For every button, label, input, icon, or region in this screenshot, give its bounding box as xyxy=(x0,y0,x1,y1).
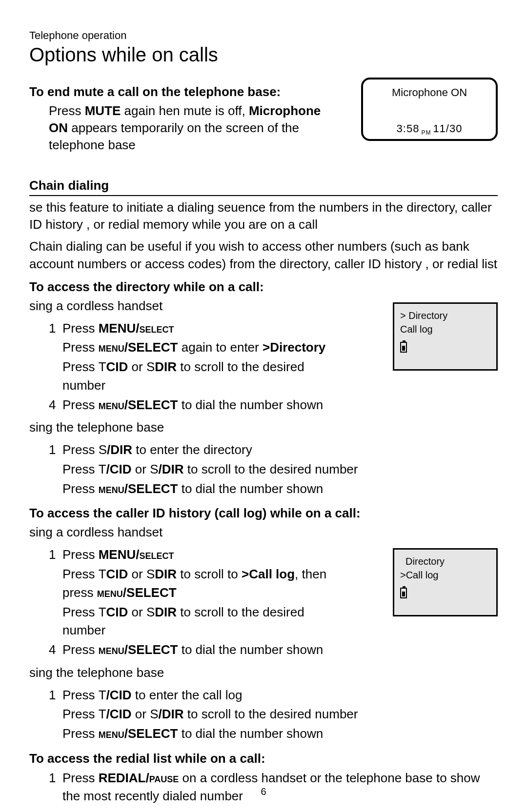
page-title: Options while on calls xyxy=(29,44,498,66)
list-num: 1 xyxy=(49,769,56,788)
text: to dial the number shown xyxy=(178,481,323,496)
list-item: Press MENU/SELECT to dial the number sho… xyxy=(49,725,498,743)
key-select: /SELECT xyxy=(124,397,178,412)
up-arrow-icon: T xyxy=(99,605,106,619)
list-num: 1 xyxy=(49,319,56,338)
down-arrow-icon: S xyxy=(146,567,155,581)
key-dir: DIR xyxy=(155,359,177,374)
list-num: 4 xyxy=(49,641,56,659)
down-arrow-icon: S xyxy=(150,707,158,721)
key-dir: /DIR xyxy=(107,442,132,457)
sub-using-base-2: sing the telephone base xyxy=(29,664,498,681)
list-item: 1 Press MENU/SELECT xyxy=(49,319,340,338)
key-redial: REDIAL/ xyxy=(99,771,149,785)
para-end-mute: Press MUTE again hen mute is off, Microp… xyxy=(29,102,340,154)
key-menu-sc: MENU xyxy=(99,481,124,496)
up-arrow-icon: T xyxy=(99,462,106,476)
sub-using-base-1: sing the telephone base xyxy=(29,419,498,436)
text: Press xyxy=(62,397,99,412)
screen-base-callout: Microphone ON 3:58PM11/30 xyxy=(361,78,498,141)
key-menu-sc: MENU xyxy=(99,726,124,741)
text: Press xyxy=(62,688,99,702)
down-arrow-icon: S xyxy=(150,462,158,476)
battery-icon xyxy=(400,342,407,353)
text: to scroll to the desired number xyxy=(184,707,358,721)
key-select-sc: SELECT xyxy=(139,547,174,562)
key-menu-sc: MENU xyxy=(99,340,124,355)
list-item: Press TCID or SDIR to scroll to >Call lo… xyxy=(49,565,340,602)
text: to dial the number shown xyxy=(178,642,323,657)
key-cid: /CID xyxy=(106,688,132,702)
list-item: 1 Press T/CID to enter the call log xyxy=(49,686,498,705)
breadcrumb: Telephone operation xyxy=(29,29,498,42)
text: Press xyxy=(62,442,99,457)
text: Press xyxy=(62,481,99,496)
text: or xyxy=(132,707,150,721)
screen-line-2: >Call log xyxy=(400,568,490,582)
list-item: Press TCID or SDIR to scroll to the desi… xyxy=(49,603,340,640)
screen-handset-callout-2: Directory >Call log xyxy=(393,548,498,616)
text: again hen mute is off, xyxy=(121,103,249,118)
down-arrow-icon: S xyxy=(146,359,155,374)
section-end-mute: To end mute a call on the telephone base… xyxy=(29,84,340,99)
up-arrow-icon: T xyxy=(99,688,106,702)
text: to dial the number shown xyxy=(178,397,323,412)
text: to dial the number shown xyxy=(178,726,323,741)
screen-line-1: Directory xyxy=(400,555,490,568)
key-pause-sc: PAUSE xyxy=(149,771,179,785)
list-item: Press TCID or SDIR to scroll to the desi… xyxy=(49,358,340,395)
up-arrow-icon: T xyxy=(99,359,106,374)
list-item: 1 Press S/DIR to enter the directory xyxy=(49,441,498,459)
down-arrow-icon: S xyxy=(99,442,107,457)
sub-using-handset-1: sing a cordless handset xyxy=(29,297,340,315)
key-menu-select: MENU/ xyxy=(99,547,140,562)
battery-icon xyxy=(400,588,407,598)
text: to scroll to the desired number xyxy=(184,462,358,476)
screen-line-1: Microphone ON xyxy=(371,86,488,99)
key-cid: CID xyxy=(106,605,128,619)
text: Press xyxy=(62,462,99,476)
down-arrow-icon: S xyxy=(146,605,155,619)
text: Press xyxy=(62,771,99,785)
section-access-calllog: To access the caller ID history (call lo… xyxy=(29,506,498,521)
para-chain-1: se this feature to initiate a dialing se… xyxy=(29,199,498,233)
text: or xyxy=(128,359,146,374)
key-dir: /DIR xyxy=(159,462,184,476)
key-menu-select: MENU/ xyxy=(99,321,140,336)
key-select: /SELECT xyxy=(124,340,178,355)
text: to scroll to xyxy=(177,567,242,581)
list-item: 1 Press MENU/SELECT xyxy=(49,546,340,564)
key-dir: DIR xyxy=(155,605,177,619)
key-select: /SELECT xyxy=(124,726,178,741)
key-select-sc: SELECT xyxy=(139,321,174,336)
text: Press xyxy=(62,567,99,581)
page-number: 6 xyxy=(0,786,527,797)
list-item: Press T/CID or S/DIR to scroll to the de… xyxy=(49,705,498,724)
key-menu-sc: MENU xyxy=(97,585,123,600)
para-chain-2: Chain dialing can be useful if you wish … xyxy=(29,238,498,272)
list-item: Press MENU/SELECT to dial the number sho… xyxy=(49,480,498,498)
manual-page: Telephone operation Options while on cal… xyxy=(0,0,527,812)
text: Press xyxy=(49,103,85,118)
list-item: Press MENU/SELECT again to enter >Direct… xyxy=(49,338,340,357)
text: or xyxy=(128,567,146,581)
screen-status: 3:58PM11/30 xyxy=(371,122,488,136)
text: Press xyxy=(62,340,99,355)
list-num: 1 xyxy=(49,441,56,459)
key-cid: /CID xyxy=(106,707,132,721)
text: Press xyxy=(62,321,99,336)
text: appears temporarily on the screen of the… xyxy=(49,120,299,152)
screen-handset-callout-1: > Directory Call log xyxy=(393,302,498,371)
text: Press xyxy=(62,547,99,562)
key-menu-sc: MENU xyxy=(99,642,124,657)
list-item: Press T/CID or S/DIR to scroll to the de… xyxy=(49,460,498,479)
sub-using-handset-2: sing a cordless handset xyxy=(29,524,340,541)
up-arrow-icon: T xyxy=(99,707,106,721)
section-access-directory: To access the directory while on a call: xyxy=(29,279,498,295)
key-dir: DIR xyxy=(155,567,177,581)
text: again to enter xyxy=(178,340,262,355)
key-cid: CID xyxy=(106,567,128,581)
screen-date: 11/30 xyxy=(433,122,462,135)
key-mute: MUTE xyxy=(85,103,121,118)
label-directory: >Directory xyxy=(263,340,325,355)
